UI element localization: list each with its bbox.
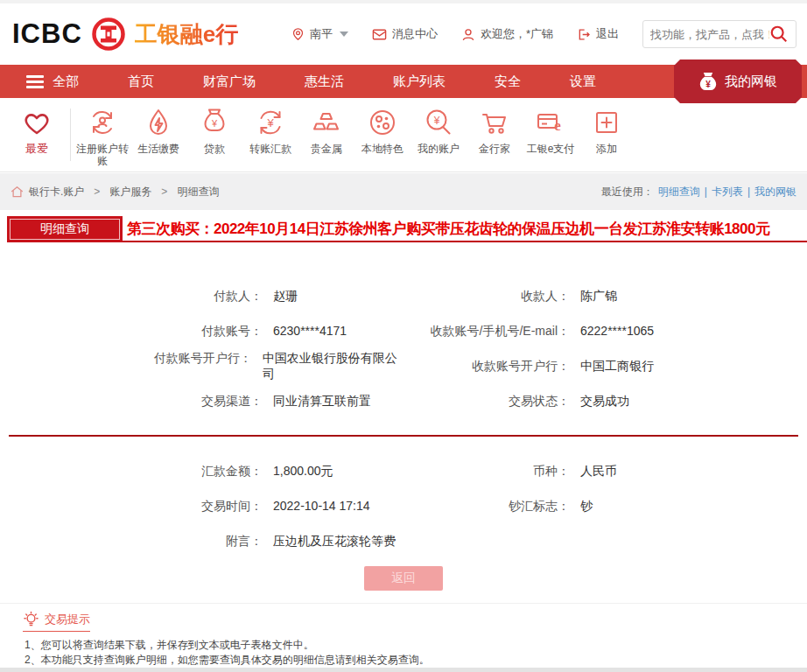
breadcrumb-item-detail-query: 明细查询: [177, 185, 219, 200]
nav-all-menu[interactable]: 全部: [26, 74, 79, 90]
tips-title: 交易提示: [45, 612, 90, 627]
quick-add-label: 添加: [580, 143, 633, 155]
recent-link-my-ebank[interactable]: 我的网银: [754, 185, 796, 200]
quick-gold-expert[interactable]: 金行家: [467, 107, 523, 155]
my-ebank-tab[interactable]: ¥ 我的网银: [674, 60, 802, 103]
nav-settings[interactable]: 设置: [570, 74, 596, 90]
breadcrumb: 银行卡.账户 > 账户服务 > 明细查询: [11, 185, 219, 200]
form-row-accounts: 付款账号：6230****4171 收款账号/手机号/E-mail：6222**…: [0, 314, 807, 349]
payer-label: 付款人：: [0, 289, 263, 304]
form-row-memo: 附言：压边机及压花滚轮等费: [0, 524, 807, 559]
form-row-amount-currency: 汇款金额：1,800.00元 币种：人民币: [0, 454, 807, 489]
amount-label: 汇款金额：: [0, 464, 263, 480]
payee-bank-value: 中国工商银行: [580, 359, 654, 374]
quick-favorites[interactable]: 最爱: [5, 107, 68, 155]
breadcrumb-item-account-service[interactable]: 账户服务: [109, 185, 151, 200]
quick-transfer-remit-label: 转账汇款: [244, 143, 297, 155]
currency-label: 币种：: [404, 464, 570, 480]
top-header: ICBC 工银融e行 南平: [0, 4, 807, 65]
channel-value: 同业清算互联前置: [273, 394, 371, 410]
icbc-logo-icon: [91, 17, 126, 52]
heart-icon: [21, 107, 53, 138]
payee-label: 收款人：: [404, 289, 570, 304]
message-center-link[interactable]: 消息中心: [372, 26, 438, 42]
transaction-tips: 交易提示 1、您可以将查询结果下载，并保存到文本或电子表格文件中。 2、本功能只…: [0, 603, 807, 672]
recent-link-divider: |: [705, 186, 707, 198]
payee-account-label: 收款账号/手机号/E-mail：: [404, 324, 570, 340]
recent-link-card-list[interactable]: 卡列表: [712, 185, 743, 200]
register-transfer-icon: [87, 107, 118, 138]
quick-life-payment-label: 生活缴费: [132, 143, 185, 155]
loan-bag-icon: ¥: [199, 107, 230, 138]
logout-label: 退出: [596, 26, 619, 42]
quick-life-payment[interactable]: 生活缴费: [130, 107, 186, 155]
my-ebank-label: 我的网银: [725, 74, 777, 90]
icbc-logo[interactable]: ICBC 工银融e行: [12, 17, 238, 52]
quick-transfer-remit[interactable]: ¥ 转账汇款: [242, 107, 298, 155]
recent-link-detail-query[interactable]: 明细查询: [658, 185, 700, 200]
quick-epay[interactable]: e 工银e支付: [523, 107, 579, 155]
nav-security[interactable]: 安全: [495, 74, 521, 90]
welcome-user[interactable]: 欢迎您，*广锦: [461, 26, 553, 42]
transaction-detail-form: 付款人：赵珊 收款人：陈广锦 付款账号：6230****4171 收款账号/手机…: [0, 279, 807, 591]
search-input[interactable]: [650, 28, 769, 41]
droplet-bolt-icon: [143, 107, 174, 138]
time-value: 2022-10-14 17:14: [273, 499, 370, 514]
status-label: 交易状态：: [404, 394, 570, 410]
message-center-label: 消息中心: [392, 26, 438, 42]
quickbar-divider: [70, 108, 71, 161]
quick-local-feature[interactable]: 本地特色: [354, 107, 411, 155]
home-icon[interactable]: [11, 186, 24, 198]
quick-register-transfer-label: 注册账户转账: [76, 143, 129, 167]
nav-account-list[interactable]: 账户列表: [393, 74, 446, 90]
form-row-payer-payee: 付款人：赵珊 收款人：陈广锦: [0, 279, 807, 314]
account-magnifier-icon: ¥: [423, 107, 454, 138]
payer-value: 赵珊: [273, 289, 298, 304]
logout-button[interactable]: 退出: [577, 26, 619, 42]
search-box[interactable]: [642, 20, 796, 48]
nav-wealth-plaza[interactable]: 财富广场: [203, 74, 256, 90]
quick-precious-metal[interactable]: 贵金属: [298, 107, 354, 155]
payer-account-value: 6230****4171: [273, 324, 347, 340]
quick-gold-expert-label: 金行家: [468, 143, 521, 155]
hamburger-icon[interactable]: [26, 75, 44, 88]
form-row-channel-status: 交易渠道：同业清算互联前置 交易状态：交易成功: [0, 384, 807, 419]
headline-container: 第三次购买：2022年10月14日江苏徐州客户购买带压花齿轮的保温压边机一台发江…: [123, 216, 807, 242]
payer-account-label: 付款账号：: [0, 324, 263, 340]
back-button[interactable]: 返回: [364, 566, 443, 591]
user-icon: [461, 27, 475, 42]
nav-home[interactable]: 首页: [128, 74, 154, 90]
svg-text:¥: ¥: [211, 118, 218, 129]
mail-icon: [372, 28, 387, 41]
payer-bank-value: 中国农业银行股份有限公司: [263, 351, 404, 382]
svg-text:¥: ¥: [705, 80, 711, 89]
transaction-headline: 第三次购买：2022年10月14日江苏徐州客户购买带压花齿轮的保温压边机一台发江…: [127, 219, 769, 239]
location-selector[interactable]: 南平: [291, 26, 348, 42]
location-label: 南平: [310, 26, 333, 42]
epay-card-icon: e: [535, 107, 566, 138]
tips-heading: 交易提示: [23, 611, 90, 632]
payee-account-value: 6222****1065: [580, 324, 654, 340]
main-content: 明细查询 第三次购买：2022年10月14日江苏徐州客户购买带压花齿轮的保温压边…: [0, 210, 807, 672]
quick-favorites-label: 最爱: [11, 143, 63, 155]
form-row-banks: 付款账号开户行：中国农业银行股份有限公司 收款账号开户行：中国工商银行: [0, 349, 807, 384]
quick-my-account[interactable]: ¥ 我的账户: [411, 107, 467, 155]
tip-item-2: 2、本功能只支持查询账户明细，如您需要查询具体交易的明细信息请到相关交易查询。: [25, 653, 807, 668]
detail-query-tab[interactable]: 明细查询: [7, 216, 123, 242]
quick-add[interactable]: 添加: [579, 107, 635, 155]
payee-bank-label: 收款账号开户行：: [404, 359, 570, 374]
breadcrumb-item-accounts[interactable]: 银行卡.账户: [29, 185, 84, 200]
svg-text:¥: ¥: [433, 115, 440, 127]
bulb-icon: [23, 611, 39, 627]
quick-register-transfer[interactable]: 注册账户转账: [74, 107, 130, 167]
quick-access-bar: 最爱 注册账户转账 生活缴费 ¥ 贷款: [0, 98, 807, 172]
nav-life-benefits[interactable]: 惠生活: [305, 74, 344, 90]
payee-value: 陈广锦: [580, 289, 617, 304]
recently-used-label: 最近使用：: [601, 185, 654, 200]
cart-icon: [479, 107, 510, 138]
search-icon[interactable]: [769, 24, 789, 44]
channel-label: 交易渠道：: [0, 394, 263, 410]
quick-loan[interactable]: ¥ 贷款: [186, 107, 242, 155]
payer-bank-label: 付款账号开户行：: [0, 351, 252, 382]
nav-all-label: 全部: [53, 74, 79, 90]
